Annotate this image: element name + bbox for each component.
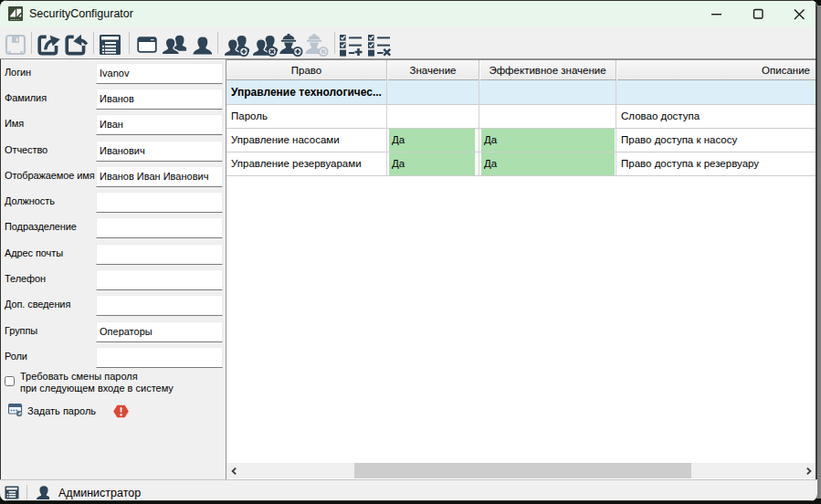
svg-text:SECURITY: SECURITY	[10, 18, 21, 20]
